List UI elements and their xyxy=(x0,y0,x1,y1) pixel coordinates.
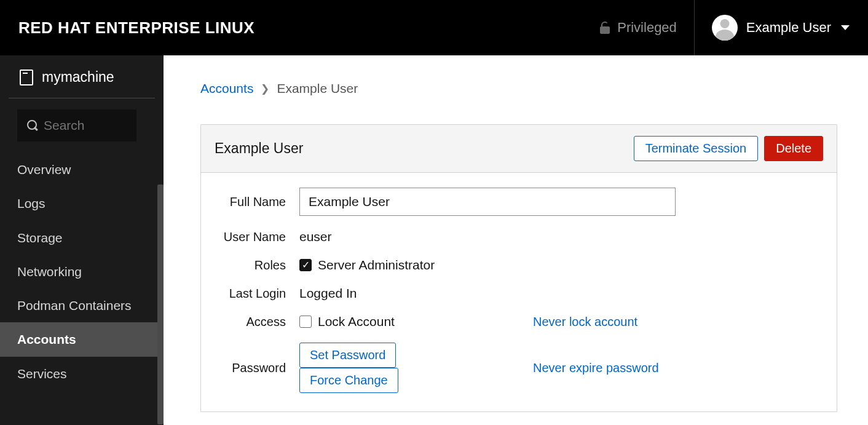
label-password: Password xyxy=(215,361,299,375)
checkbox-checked-icon: ✓ xyxy=(299,259,312,271)
breadcrumb-root-link[interactable]: Accounts xyxy=(200,81,253,96)
label-user-name: User Name xyxy=(215,230,299,244)
label-last-login: Last Login xyxy=(215,287,299,301)
label-full-name: Full Name xyxy=(215,195,299,209)
label-roles: Roles xyxy=(215,258,299,272)
lock-account-toggle[interactable]: Lock Account xyxy=(299,314,447,329)
account-card-header: Example User Terminate Session Delete xyxy=(201,125,837,173)
sidebar-scrollbar[interactable] xyxy=(157,55,164,425)
avatar-icon xyxy=(712,15,738,41)
user-menu[interactable]: Example User xyxy=(695,0,850,55)
checkbox-unchecked-icon xyxy=(299,316,312,328)
breadcrumb-current: Example User xyxy=(277,81,358,96)
sidebar-nav: Overview Logs Storage Networking Podman … xyxy=(0,153,164,391)
server-icon xyxy=(20,70,33,85)
breadcrumb: Accounts ❯ Example User xyxy=(200,81,837,96)
set-password-button[interactable]: Set Password xyxy=(299,343,396,368)
label-access: Access xyxy=(215,315,299,329)
last-login-value: Logged In xyxy=(299,286,357,301)
privilege-toggle[interactable]: Privileged xyxy=(600,0,695,55)
sidebar-search[interactable] xyxy=(17,109,136,141)
sidebar-item-podman[interactable]: Podman Containers xyxy=(0,288,164,322)
never-expire-link[interactable]: Never expire password xyxy=(533,361,659,375)
sidebar: mymachine Overview Logs Storage Networki… xyxy=(0,55,164,425)
full-name-field[interactable] xyxy=(299,188,676,216)
host-switcher[interactable]: mymachine xyxy=(9,55,155,98)
search-icon xyxy=(27,120,36,131)
caret-down-icon xyxy=(841,25,850,30)
user-name-value: euser xyxy=(299,229,332,244)
main-content: Accounts ❯ Example User Example User Ter… xyxy=(164,55,868,425)
lock-label-text: Lock Account xyxy=(318,314,395,329)
sidebar-item-logs[interactable]: Logs xyxy=(0,186,164,220)
role-server-admin[interactable]: ✓ Server Administrator xyxy=(299,258,435,272)
account-form: Full Name User Name euser Roles ✓ Server… xyxy=(201,173,837,411)
sidebar-item-networking[interactable]: Networking xyxy=(0,255,164,288)
unlock-icon xyxy=(600,22,610,34)
account-card: Example User Terminate Session Delete Fu… xyxy=(200,124,837,412)
hostname-label: mymachine xyxy=(42,69,114,85)
never-lock-link[interactable]: Never lock account xyxy=(533,315,637,328)
chevron-right-icon: ❯ xyxy=(261,82,269,95)
account-title: Example User xyxy=(215,140,628,157)
brand-title: RED HAT ENTERPRISE LINUX xyxy=(18,18,254,38)
sidebar-item-services[interactable]: Services xyxy=(0,357,164,391)
delete-button[interactable]: Delete xyxy=(764,136,823,161)
privileged-label: Privileged xyxy=(617,20,677,36)
role-label-text: Server Administrator xyxy=(318,258,435,272)
sidebar-item-accounts[interactable]: Accounts xyxy=(0,322,164,356)
sidebar-item-storage[interactable]: Storage xyxy=(0,221,164,255)
terminate-session-button[interactable]: Terminate Session xyxy=(634,136,759,161)
sidebar-item-overview[interactable]: Overview xyxy=(0,153,164,186)
force-change-button[interactable]: Force Change xyxy=(299,368,398,393)
top-header: RED HAT ENTERPRISE LINUX Privileged Exam… xyxy=(0,0,868,55)
user-name-label: Example User xyxy=(746,20,831,36)
search-input[interactable] xyxy=(44,118,127,133)
